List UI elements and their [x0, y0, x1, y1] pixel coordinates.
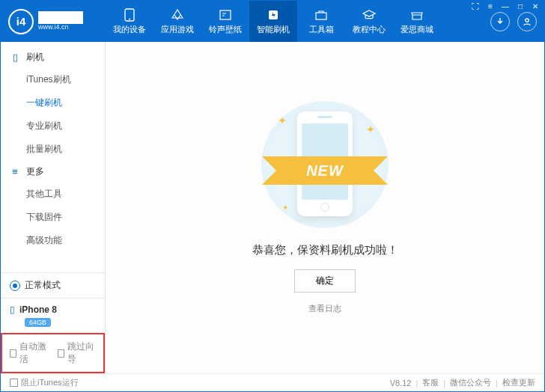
sidebar-item-advanced[interactable]: 高级功能 — [1, 229, 105, 252]
close-button[interactable]: ✕ — [529, 0, 542, 12]
app-logo: i4 爱思助手 www.i4.cn — [1, 1, 106, 42]
device-icon: ▯ — [10, 304, 15, 315]
svg-rect-2 — [220, 10, 231, 19]
new-ribbon: NEW — [280, 156, 370, 185]
sidebar-device[interactable]: ▯ iPhone 8 64GB — [1, 298, 105, 333]
status-dot-icon — [10, 281, 20, 291]
apps-icon — [171, 8, 184, 22]
logo-icon: i4 — [8, 9, 34, 34]
app-subtitle: www.i4.cn — [38, 24, 83, 31]
main-nav: 我的设备 应用游戏 铃声壁纸 智能刷机 工具箱 教程中心 — [106, 1, 483, 42]
sidebar-checkboxes: 自动激活 跳过向导 — [1, 333, 105, 373]
footer-link-support[interactable]: 客服 — [422, 377, 439, 388]
app-title: 爱思助手 — [38, 11, 83, 24]
success-message: 恭喜您，保资料刷机成功啦！ — [252, 243, 398, 257]
auto-activate-checkbox[interactable]: 自动激活 — [10, 340, 49, 366]
skip-guide-checkbox[interactable]: 跳过向导 — [58, 340, 97, 366]
wallpaper-icon — [219, 8, 232, 22]
app-header: i4 爱思助手 www.i4.cn 我的设备 应用游戏 铃声壁纸 智能刷机 — [1, 1, 544, 42]
download-button[interactable] — [490, 12, 510, 31]
nav-tutorial-center[interactable]: 教程中心 — [345, 1, 393, 42]
flash-icon — [267, 8, 280, 22]
sidebar-item-itunes-flash[interactable]: iTunes刷机 — [1, 68, 105, 91]
sparkle-icon: ✦ — [366, 123, 375, 135]
footer-link-update[interactable]: 检查更新 — [502, 377, 535, 388]
sidebar-item-other-tools[interactable]: 其他工具 — [1, 183, 105, 206]
sidebar: ▯ 刷机 iTunes刷机 一键刷机 专业刷机 批量刷机 ≡ 更多 其他工具 下… — [1, 42, 106, 373]
svg-rect-4 — [316, 13, 326, 19]
phone-outline-icon: ▯ — [10, 52, 20, 63]
sidebar-section-more[interactable]: ≡ 更多 — [1, 161, 105, 183]
nav-app-games[interactable]: 应用游戏 — [153, 1, 201, 42]
basket-icon[interactable]: ⛶ — [469, 0, 482, 12]
svg-point-5 — [526, 18, 529, 21]
sidebar-status[interactable]: 正常模式 — [1, 273, 105, 298]
sidebar-item-download-firmware[interactable]: 下载固件 — [1, 206, 105, 229]
confirm-button[interactable]: 确定 — [294, 269, 356, 293]
maximize-button[interactable]: □ — [514, 0, 527, 12]
view-log-link[interactable]: 查看日志 — [308, 303, 341, 314]
svg-point-1 — [129, 18, 130, 19]
menu-icon[interactable]: ≡ — [484, 0, 497, 12]
sparkle-icon: ✦ — [282, 203, 288, 212]
toolbox-icon — [314, 8, 328, 22]
device-storage-badge: 64GB — [25, 318, 51, 327]
sparkle-icon: ✦ — [278, 114, 287, 126]
block-itunes-checkbox[interactable]: 阻止iTunes运行 — [10, 377, 79, 388]
store-icon — [410, 8, 424, 22]
sidebar-item-pro-flash[interactable]: 专业刷机 — [1, 114, 105, 138]
footer-link-wechat[interactable]: 微信公众号 — [450, 377, 491, 388]
device-name: iPhone 8 — [19, 304, 57, 315]
nav-ringtone-wallpaper[interactable]: 铃声壁纸 — [201, 1, 249, 42]
main-content: ✦ ✦ ✦ NEW 恭喜您，保资料刷机成功啦！ 确定 查看日志 — [106, 42, 544, 373]
user-button[interactable] — [517, 12, 537, 31]
minimize-button[interactable]: ― — [499, 0, 512, 12]
nav-toolbox[interactable]: 工具箱 — [297, 1, 345, 42]
nav-smart-flash[interactable]: 智能刷机 — [249, 1, 297, 42]
sidebar-item-oneclick-flash[interactable]: 一键刷机 — [1, 91, 105, 114]
nav-my-device[interactable]: 我的设备 — [106, 1, 153, 42]
nav-store[interactable]: 爱思商城 — [393, 1, 441, 42]
graduation-icon — [362, 8, 376, 22]
success-illustration: ✦ ✦ ✦ NEW — [261, 101, 389, 228]
status-bar: 阻止iTunes运行 V8.12 | 客服 | 微信公众号 | 检查更新 — [1, 373, 544, 391]
more-icon: ≡ — [10, 166, 20, 177]
sidebar-item-batch-flash[interactable]: 批量刷机 — [1, 138, 105, 161]
phone-icon — [123, 8, 136, 22]
version-label: V8.12 — [390, 379, 412, 388]
sidebar-section-flash[interactable]: ▯ 刷机 — [1, 46, 105, 68]
